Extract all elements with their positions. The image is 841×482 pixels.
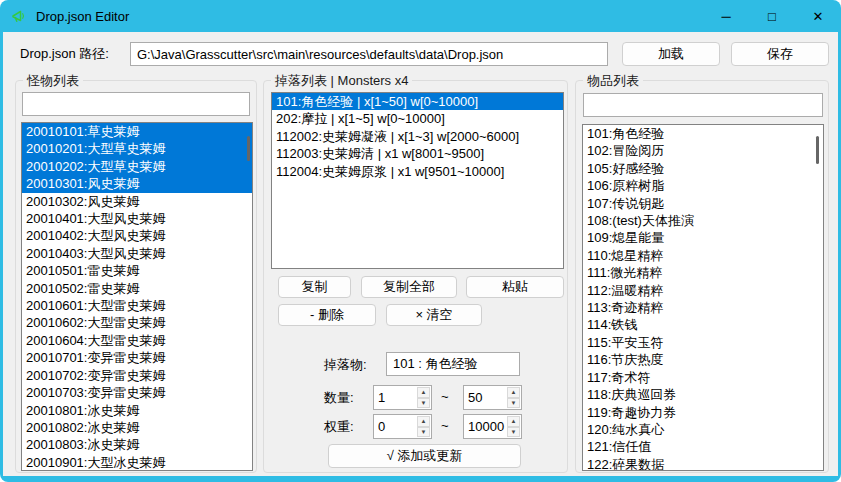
list-item[interactable]: 106:原粹树脂 [583, 177, 823, 194]
window-title: Drop.json Editor [36, 9, 129, 24]
list-item[interactable]: 118:庆典巡回券 [583, 386, 823, 403]
item-panel: 物品列表 101:角色经验102:冒险阅历105:好感经验106:原粹树脂107… [575, 80, 829, 473]
list-item[interactable]: 108:(test)天体推演 [583, 212, 823, 229]
list-item[interactable]: 122:碎果数据 [583, 456, 823, 471]
list-item[interactable]: 20010302:风史莱姆 [22, 193, 252, 210]
count-min-down-button[interactable]: ▼ [417, 398, 430, 409]
monster-list[interactable]: 20010101:草史莱姆20010201:大型草史莱姆20010202:大型草… [21, 122, 253, 471]
list-item[interactable]: 112002:史莱姆凝液 | x[1~3] w[2000~6000] [272, 128, 563, 145]
list-item[interactable]: 113:奇迹精粹 [583, 299, 823, 316]
clear-button[interactable]: × 清空 [386, 304, 482, 326]
list-item[interactable]: 102:冒险阅历 [583, 142, 823, 159]
list-item[interactable]: 120:纯水真心 [583, 421, 823, 438]
list-item[interactable]: 111:微光精粹 [583, 264, 823, 281]
list-item[interactable]: 20010202:大型草史莱姆 [22, 158, 252, 175]
weight-label: 权重: [324, 418, 354, 436]
minimize-icon: ─ [721, 9, 730, 24]
app-window: Drop.json Editor ─ □ ✕ Drop.json 路径: 加载 … [0, 0, 841, 482]
weight-min-input[interactable] [374, 415, 416, 438]
close-button[interactable]: ✕ [795, 0, 841, 32]
count-max-down-button[interactable]: ▼ [507, 398, 520, 409]
spin-down-icon: ▼ [511, 400, 517, 406]
list-item[interactable]: 20010502:雷史莱姆 [22, 280, 252, 297]
list-item[interactable]: 20010602:大型雷史莱姆 [22, 314, 252, 331]
list-item[interactable]: 114:铁钱 [583, 316, 823, 333]
weight-max-input[interactable] [464, 415, 506, 438]
list-item[interactable]: 20010803:冰史莱姆 [22, 436, 252, 453]
list-item[interactable]: 20010702:变异雷史莱姆 [22, 367, 252, 384]
list-item[interactable]: 116:节庆热度 [583, 351, 823, 368]
weight-max-down-button[interactable]: ▼ [507, 427, 520, 438]
list-item[interactable]: 20010402:大型风史莱姆 [22, 227, 252, 244]
copy-button[interactable]: 复制 [278, 276, 351, 298]
list-item[interactable]: 20010401:大型风史莱姆 [22, 210, 252, 227]
monster-search-input[interactable] [22, 92, 250, 116]
list-item[interactable]: 101:角色经验 [583, 125, 823, 142]
count-min-spinner[interactable]: ▲ ▼ [373, 385, 432, 410]
list-item[interactable]: 117:奇术符 [583, 369, 823, 386]
list-item[interactable]: 20010403:大型风史莱姆 [22, 245, 252, 262]
list-item[interactable]: 20010601:大型雷史莱姆 [22, 297, 252, 314]
list-item[interactable]: 101:角色经验 | x[1~50] w[0~10000] [272, 93, 563, 110]
drop-panel: 掉落列表 | Monsters x4 101:角色经验 | x[1~50] w[… [263, 80, 568, 473]
weight-max-up-button[interactable]: ▲ [507, 416, 520, 427]
item-search-input[interactable] [583, 93, 823, 117]
drop-item-input[interactable] [386, 352, 520, 376]
copy-all-button[interactable]: 复制全部 [361, 276, 457, 298]
count-max-input[interactable] [464, 386, 506, 409]
list-item[interactable]: 20010701:变异雷史莱姆 [22, 349, 252, 366]
list-item[interactable]: 112:温暖精粹 [583, 282, 823, 299]
list-item[interactable]: 20010501:雷史莱姆 [22, 262, 252, 279]
list-item[interactable]: 121:信任值 [583, 438, 823, 455]
spin-up-icon: ▲ [421, 389, 427, 395]
list-item[interactable]: 20010201:大型草史莱姆 [22, 140, 252, 157]
item-scrollbar-thumb[interactable] [816, 136, 819, 164]
list-item[interactable]: 109:熄星能量 [583, 229, 823, 246]
list-item[interactable]: 112004:史莱姆原浆 | x1 w[9501~10000] [272, 163, 563, 180]
list-item[interactable]: 20010901:大型冰史莱姆 [22, 454, 252, 471]
list-item[interactable]: 110:熄星精粹 [583, 247, 823, 264]
spin-up-icon: ▲ [421, 418, 427, 424]
count-min-input[interactable] [374, 386, 416, 409]
list-item[interactable]: 105:好感经验 [583, 160, 823, 177]
save-button[interactable]: 保存 [731, 42, 829, 66]
delete-button[interactable]: - 删除 [278, 304, 376, 326]
maximize-button[interactable]: □ [749, 0, 795, 32]
weight-min-spinner[interactable]: ▲ ▼ [373, 414, 432, 439]
window-content: Drop.json 路径: 加载 保存 怪物列表 20010101:草史莱姆20… [3, 32, 838, 476]
list-item[interactable]: 107:传说钥匙 [583, 195, 823, 212]
list-item[interactable]: 112003:史莱姆清 | x1 w[8001~9500] [272, 145, 563, 162]
weight-min-up-button[interactable]: ▲ [417, 416, 430, 427]
count-range-tilde: ~ [441, 389, 449, 404]
weight-min-down-button[interactable]: ▼ [417, 427, 430, 438]
list-item[interactable]: 202:摩拉 | x[1~5] w[0~10000] [272, 110, 563, 127]
minimize-button[interactable]: ─ [703, 0, 749, 32]
weight-max-spinner[interactable]: ▲ ▼ [463, 414, 522, 439]
spin-up-icon: ▲ [511, 418, 517, 424]
count-max-up-button[interactable]: ▲ [507, 387, 520, 398]
drop-panel-title: 掉落列表 | Monsters x4 [271, 72, 412, 90]
titlebar[interactable]: Drop.json Editor ─ □ ✕ [0, 0, 841, 32]
list-item[interactable]: 20010802:冰史莱姆 [22, 419, 252, 436]
list-item[interactable]: 20010301:风史莱姆 [22, 175, 252, 192]
path-input[interactable] [130, 42, 608, 66]
item-panel-title: 物品列表 [583, 72, 643, 90]
list-item[interactable]: 115:平安玉符 [583, 334, 823, 351]
add-update-button[interactable]: √ 添加或更新 [328, 444, 521, 468]
path-label: Drop.json 路径: [20, 45, 109, 63]
list-item[interactable]: 20010604:大型雷史莱姆 [22, 332, 252, 349]
maximize-icon: □ [768, 9, 776, 24]
count-min-up-button[interactable]: ▲ [417, 387, 430, 398]
paste-button[interactable]: 粘贴 [466, 276, 564, 298]
drop-item-label: 掉落物: [324, 356, 367, 374]
spin-up-icon: ▲ [511, 389, 517, 395]
drop-list[interactable]: 101:角色经验 | x[1~50] w[0~10000]202:摩拉 | x[… [271, 92, 564, 269]
list-item[interactable]: 20010801:冰史莱姆 [22, 402, 252, 419]
list-item[interactable]: 20010703:变异雷史莱姆 [22, 384, 252, 401]
list-item[interactable]: 119:奇趣协力券 [583, 404, 823, 421]
count-max-spinner[interactable]: ▲ ▼ [463, 385, 522, 410]
item-list[interactable]: 101:角色经验102:冒险阅历105:好感经验106:原粹树脂107:传说钥匙… [582, 124, 824, 471]
monster-scrollbar-thumb[interactable] [247, 136, 250, 161]
load-button[interactable]: 加载 [622, 42, 720, 66]
list-item[interactable]: 20010101:草史莱姆 [22, 123, 252, 140]
